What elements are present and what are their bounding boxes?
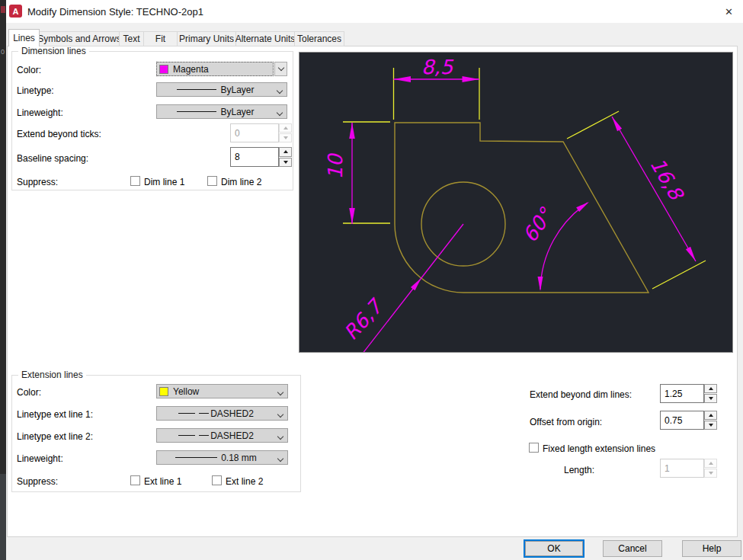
dim-text-width: 8,5 xyxy=(421,56,454,78)
dim-color-value: Magenta xyxy=(173,64,209,75)
lineweight-sample xyxy=(175,457,217,458)
dim-color-dropdown-button[interactable] xyxy=(274,62,287,76)
dim-color-label: Color: xyxy=(17,65,41,75)
dim-line-2-checkbox[interactable] xyxy=(207,176,217,186)
ext-lineweight-value: 0.18 mm xyxy=(221,453,257,463)
dim-lineweight-value: ByLayer xyxy=(220,107,254,117)
fixed-length-checkbox[interactable] xyxy=(529,443,539,453)
extension-lines-group-label: Extension lines xyxy=(18,370,86,380)
tab-fit[interactable]: Fit xyxy=(143,31,178,46)
dialog-title: Modify Dimension Style: TECHNO-2op1 xyxy=(27,6,203,18)
extend-beyond-dim-lines-input[interactable]: 1.25 xyxy=(660,384,704,403)
ext-lineweight-label: Lineweight: xyxy=(17,453,63,464)
lineweight-sample xyxy=(177,111,216,112)
dim-text-radius: R6,7 xyxy=(339,293,388,344)
tab-bar: Lines Symbols and Arrows Text Fit Primar… xyxy=(8,29,344,46)
dim-color-select[interactable]: Magenta xyxy=(156,62,274,76)
tab-lines[interactable]: Lines xyxy=(8,29,40,46)
dimension-texts: 8,5 10 16,8 60° R6,7 xyxy=(324,56,688,344)
spin-down-button[interactable] xyxy=(704,469,717,478)
ext-linetype-1-select[interactable]: DASHED2 xyxy=(156,406,288,421)
ext-linetype-1-value: DASHED2 xyxy=(210,408,254,419)
dim-line-1-checkbox[interactable] xyxy=(130,176,140,186)
extend-beyond-ticks-label: Extend beyond ticks: xyxy=(17,129,101,139)
autocad-app-icon: A xyxy=(9,5,22,18)
tab-symbols-and-arrows[interactable]: Symbols and Arrows xyxy=(39,31,120,46)
extend-beyond-dim-lines-spinner xyxy=(704,384,717,403)
linetype-sample-dash xyxy=(199,435,209,436)
arrow-up-icon xyxy=(709,414,713,417)
dimension-arrowheads xyxy=(349,76,696,291)
dim-suppress-label: Suppress: xyxy=(17,177,58,187)
background-app-strip-lower xyxy=(0,474,6,560)
baseline-spacing-input[interactable]: 8 xyxy=(230,147,279,167)
spin-up-button[interactable] xyxy=(704,411,717,420)
ext-line-1-checkbox[interactable] xyxy=(130,475,140,485)
dim-line-1-label: Dim line 1 xyxy=(144,177,184,187)
spin-down-button[interactable] xyxy=(279,158,292,168)
arrow-down-icon xyxy=(283,136,288,139)
ext-linetype-2-select[interactable]: DASHED2 xyxy=(156,428,288,443)
ext-color-select[interactable]: Yellow xyxy=(156,384,288,398)
chevron-down-icon xyxy=(277,434,283,440)
spin-down-button[interactable] xyxy=(704,421,717,430)
fixed-length-label: Fixed length extension lines xyxy=(543,443,655,454)
ext-linetype-1-label: Linetype ext line 1: xyxy=(17,409,93,420)
chevron-down-icon xyxy=(277,456,283,462)
baseline-spacing-spinner xyxy=(279,147,292,167)
spin-up-button[interactable] xyxy=(279,123,292,133)
dim-text-slant: 16,8 xyxy=(645,154,688,205)
linetype-sample-dash xyxy=(199,413,209,414)
dim-linetype-value: ByLayer xyxy=(220,85,254,95)
extend-beyond-ticks-input[interactable]: 0 xyxy=(230,123,279,142)
linetype-sample-dash xyxy=(178,413,195,414)
ext-suppress-label: Suppress: xyxy=(17,476,58,487)
arrow-down-icon xyxy=(283,161,288,164)
arrow-down-icon xyxy=(709,472,713,475)
chevron-down-icon xyxy=(277,110,283,116)
tab-tolerances[interactable]: Tolerances xyxy=(294,31,344,46)
dim-lineweight-label: Lineweight: xyxy=(17,107,63,118)
tab-text[interactable]: Text xyxy=(119,31,144,46)
arrow-down-icon xyxy=(709,397,713,400)
arrow-up-icon xyxy=(709,387,713,390)
dim-line-2-label: Dim line 2 xyxy=(221,177,261,187)
tab-alternate-units[interactable]: Alternate Units xyxy=(235,31,295,46)
chevron-down-icon xyxy=(277,88,283,94)
chevron-down-icon xyxy=(277,389,283,395)
dim-linetype-select[interactable]: ByLayer xyxy=(156,82,287,97)
tab-primary-units[interactable]: Primary Units xyxy=(177,31,236,46)
dim-linetype-label: Linetype: xyxy=(17,85,54,96)
spin-up-button[interactable] xyxy=(704,384,717,393)
extend-beyond-dim-lines-label: Extend beyond dim lines: xyxy=(530,389,632,400)
part-outline xyxy=(395,123,649,293)
dim-text-angle: 60° xyxy=(518,203,558,247)
dimension-lines-group-label: Dimension lines xyxy=(18,46,89,56)
offset-from-origin-label: Offset from origin: xyxy=(530,417,602,427)
dim-lineweight-select[interactable]: ByLayer xyxy=(156,104,287,119)
close-icon[interactable]: ✕ xyxy=(715,0,743,23)
cancel-button[interactable]: Cancel xyxy=(603,540,662,557)
spin-up-button[interactable] xyxy=(279,147,292,157)
ok-button[interactable]: OK xyxy=(524,539,584,558)
background-app-badge xyxy=(1,6,5,13)
ext-line-1-label: Ext line 1 xyxy=(144,476,181,487)
chevron-down-icon xyxy=(277,65,283,71)
ext-line-2-checkbox[interactable] xyxy=(212,475,222,485)
extension-lines-yellow xyxy=(343,68,706,289)
chevron-down-icon xyxy=(277,411,283,418)
style-preview-pane: 8,5 10 16,8 60° R6,7 xyxy=(299,52,733,353)
ext-linetype-2-label: Linetype ext line 2: xyxy=(17,431,93,442)
length-spinner xyxy=(704,459,717,478)
spin-down-button[interactable] xyxy=(704,394,717,403)
offset-from-origin-spinner xyxy=(704,411,717,430)
offset-from-origin-input[interactable]: 0.75 xyxy=(660,411,704,430)
arrow-up-icon xyxy=(283,126,288,130)
help-button[interactable]: Help xyxy=(682,540,741,557)
magenta-color-swatch xyxy=(159,65,168,74)
spin-down-button[interactable] xyxy=(279,133,292,142)
length-input[interactable]: 1 xyxy=(660,459,704,478)
preview-drawing: 8,5 10 16,8 60° R6,7 xyxy=(299,53,732,352)
ext-lineweight-select[interactable]: 0.18 mm xyxy=(156,450,288,465)
spin-up-button[interactable] xyxy=(704,459,717,468)
